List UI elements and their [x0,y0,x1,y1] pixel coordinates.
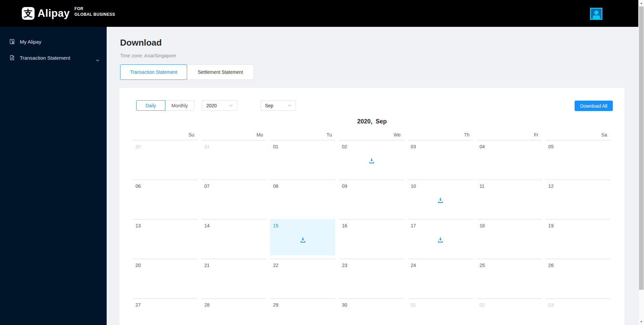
calendar-cell-30[interactable]: 30 [133,140,198,176]
calendar-cell-19[interactable]: 19 [546,219,610,255]
calendar-cell-26[interactable]: 26 [546,259,610,295]
timezone-label: Time zone: Asia/Singapore [120,53,176,58]
calendar-cell-29[interactable]: 29 [270,298,335,325]
day-header-fr: Fr [477,132,542,138]
app-header: 支 Alipay FOR GLOBAL BUSINESS [0,0,644,27]
calendar-cell-27[interactable]: 27 [133,298,198,325]
calendar-cell-11[interactable]: 11 [477,179,542,216]
page-title: Download [120,38,162,48]
monthly-toggle-button[interactable]: Monthly [165,100,194,111]
sidebar-item-my-alipay[interactable]: My Alipay [0,34,107,50]
tab-settlement-statement[interactable]: Settlement Statement [187,64,254,80]
date-number: 21 [204,263,210,268]
download-icon[interactable] [368,157,375,164]
calendar-cell-05[interactable]: 05 [546,140,610,176]
date-number: 24 [411,263,416,268]
day-header-th: Th [408,132,473,138]
daily-toggle-button[interactable]: Daily [136,100,165,111]
calendar-cell-04[interactable]: 04 [477,140,542,176]
calendar-cell-24[interactable]: 24 [408,259,473,295]
scrollbar-thumb[interactable] [639,6,644,290]
calendar-cell-25[interactable]: 25 [477,259,542,295]
calendar-cell-15[interactable]: 15 [270,219,335,255]
date-number: 08 [273,183,278,189]
calendar-week-row: 06070809101112 [133,179,610,219]
user-avatar[interactable] [590,8,602,20]
brand-suffix: FOR GLOBAL BUSINESS [74,6,115,17]
calendar-cell-13[interactable]: 13 [133,219,198,255]
calendar-cell-20[interactable]: 20 [133,259,198,295]
sidebar-item-transaction-statement[interactable]: Transaction Statement [0,50,107,66]
calendar-grid: 3031010203040506070809101112131415161718… [133,140,610,325]
date-number: 12 [548,183,554,189]
date-number: 02 [342,144,347,149]
date-number: 14 [204,223,210,228]
avatar-head-icon [594,10,598,15]
date-number: 31 [204,144,210,149]
calendar-cell-10[interactable]: 10 [408,179,473,216]
sidebar-item-label: Transaction Statement [20,55,70,61]
date-number: 30 [342,302,347,308]
date-number: 02 [480,302,485,308]
calendar-cell-31[interactable]: 31 [202,140,266,176]
download-icon[interactable] [300,236,306,243]
download-icon[interactable] [437,197,444,204]
tab-transaction-statement[interactable]: Transaction Statement [120,64,187,80]
calendar-cell-18[interactable]: 18 [477,219,542,255]
calendar-cell-16[interactable]: 16 [339,219,404,255]
scroll-up-arrow-icon[interactable]: ▲ [639,0,644,6]
day-header-tu: Tu [270,132,335,138]
calendar-cell-17[interactable]: 17 [408,219,473,255]
calendar-title: 2020, Sep [119,118,625,125]
calendar-cell-22[interactable]: 22 [270,259,335,295]
date-number: 07 [204,183,210,189]
calendar-cell-07[interactable]: 07 [202,179,266,216]
brand-suffix-line2: GLOBAL BUSINESS [74,12,115,17]
calendar-cell-02[interactable]: 02 [477,298,542,325]
day-header-mo: Mo [202,132,266,138]
logo-glyph: 支 [24,7,33,19]
date-number: 20 [136,263,141,268]
calendar-cell-23[interactable]: 23 [339,259,404,295]
date-number: 30 [136,144,141,149]
calendar-cell-03[interactable]: 03 [408,140,473,176]
calendar-cell-28[interactable]: 28 [202,298,266,325]
date-number: 26 [548,263,554,268]
calendar: SuMoTuWeThFrSa 3031010203040506070809101… [133,132,610,325]
calendar-cell-03[interactable]: 03 [546,298,610,325]
chevron-down-icon [96,57,99,62]
date-number: 06 [136,183,141,189]
date-number: 15 [273,223,278,228]
id-card-icon [9,39,15,45]
download-icon[interactable] [437,236,444,243]
download-all-button[interactable]: Download All [575,101,613,111]
date-number: 19 [548,223,554,228]
date-number: 18 [480,223,485,228]
date-number: 03 [548,302,554,308]
alipay-logo-icon: 支 [22,7,35,20]
calendar-cell-21[interactable]: 21 [202,259,266,295]
brand-suffix-line1: FOR [74,6,115,12]
date-number: 09 [342,183,347,189]
date-number: 05 [548,144,554,149]
calendar-cell-06[interactable]: 06 [133,179,198,216]
calendar-week-row: 13141516171819 [133,219,610,259]
date-number: 03 [411,144,416,149]
vertical-scrollbar[interactable]: ▲ ▼ [638,0,644,325]
calendar-cell-09[interactable]: 09 [339,179,404,216]
calendar-cell-02[interactable]: 02 [339,140,404,176]
calendar-cell-01[interactable]: 01 [270,140,335,176]
month-select-value: Sep [265,103,273,108]
calendar-cell-12[interactable]: 12 [546,179,610,216]
date-number: 01 [273,144,278,149]
year-select-value: 2020 [206,103,217,108]
statement-tabs: Transaction StatementSettlement Statemen… [120,64,254,80]
calendar-cell-08[interactable]: 08 [270,179,335,216]
calendar-cell-14[interactable]: 14 [202,219,266,255]
day-header-su: Su [133,132,198,138]
calendar-cell-01[interactable]: 01 [408,298,473,325]
scroll-down-arrow-icon[interactable]: ▼ [639,319,644,325]
year-select[interactable]: 2020 [202,100,237,111]
calendar-cell-30[interactable]: 30 [339,298,404,325]
month-select[interactable]: Sep [261,100,296,111]
